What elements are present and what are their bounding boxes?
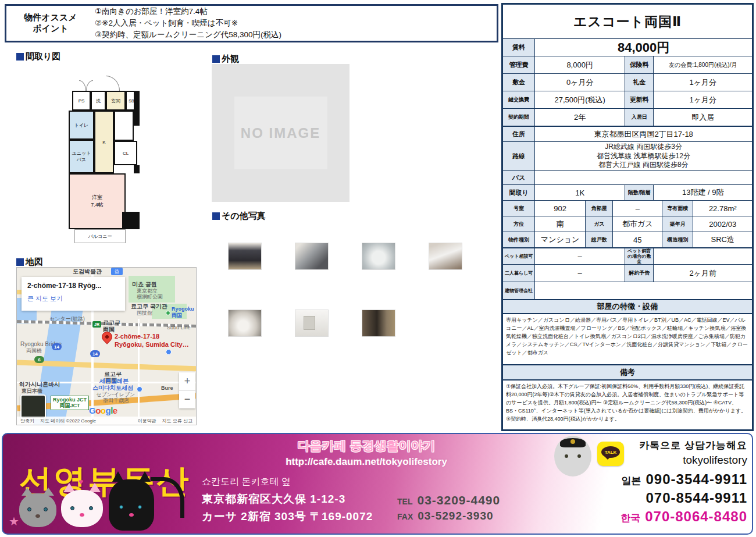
cat-photo-eye — [565, 454, 568, 458]
train-lines-value: JR総武線 両国駅徒歩3分 都営浅草線 浅草橋駅徒歩12分 都営大江戸線 両国駅… — [534, 142, 752, 170]
building-management-label: 建物管理会社 — [503, 282, 534, 299]
map-zoom-control: + − — [179, 372, 195, 408]
exterior-section-text: 外観 — [222, 54, 239, 65]
wall-block — [122, 212, 140, 229]
cat-head — [61, 490, 103, 527]
tel-number: 03-3209-4490 — [417, 493, 500, 507]
map-section-label: 地図 — [16, 257, 43, 268]
two-person-value: – — [534, 265, 625, 282]
features-header: 部屋の特徴・設備 — [503, 299, 752, 313]
fax-label: FAX — [397, 512, 413, 521]
floorplan-section-label: 間取り図 — [16, 51, 60, 62]
phone-japan-number-1: 090-3544-9911 — [646, 471, 747, 488]
structure-value: SRC造 — [693, 232, 752, 247]
map-terms-link[interactable]: 이용약관 — [138, 418, 156, 424]
recommend-point-3: ③契約時、定額ルームクリーニング代58,300円(税込) — [95, 29, 497, 41]
gas-value: 都市ガス — [612, 216, 662, 232]
area-value: 22.78m² — [693, 201, 752, 216]
property-type-value: マンション — [534, 232, 585, 247]
satellite-view-thumbnail[interactable] — [20, 394, 46, 419]
two-person-label: 二人暮らし可 — [503, 265, 534, 282]
contract-period-value: 2年 — [534, 109, 625, 126]
photo-thumbnail-room — [228, 243, 262, 270]
kitchen-counter — [114, 111, 134, 141]
area-label: 専有面積 — [662, 201, 693, 216]
route-shield-14: 14 — [90, 350, 100, 357]
entrance-door-arc — [106, 76, 120, 91]
wall-block — [134, 91, 140, 126]
room-number-label: 号室 — [503, 201, 534, 216]
rent-label: 賃料 — [503, 39, 534, 56]
structure-label: 構造種別 — [662, 232, 693, 247]
bus-value — [534, 171, 752, 184]
zoom-in-button[interactable]: + — [179, 372, 195, 390]
direction-label: 方位 — [503, 216, 534, 232]
address-value: 東京都墨田区両国2丁目17-18 — [534, 127, 752, 141]
map-label-ryogoku-en: Ryogoku — [172, 306, 194, 312]
map-card-link[interactable]: 큰 지도 보기 — [27, 294, 119, 303]
location-note: 쇼칸도리 돈키호테 옆 — [202, 476, 291, 488]
map-shortcuts-link[interactable]: 단축키 — [20, 418, 34, 424]
pet-value: – — [534, 248, 625, 264]
daum-cafe-line: 다음카페 동경생활이야기 — [241, 438, 491, 454]
tel-label: TEL — [397, 497, 412, 506]
recommend-label-line1: 物件オススメ — [24, 12, 77, 23]
pet-deposit-label: ペット飼育の場合の敷金 — [625, 248, 653, 264]
total-units-value: 45 — [612, 232, 662, 247]
map-label-bridge-jp: 両国橋 — [26, 347, 42, 355]
corner-room-label: 角部屋 — [585, 201, 612, 216]
floorplan-balcony: バルコニー — [74, 229, 126, 243]
white-cat-illustration: ♥ — [61, 484, 103, 531]
move-in-label: 入居日 — [625, 109, 653, 126]
phone-japan-label: 일본 — [622, 474, 641, 488]
floorplan-diagram: PS 洗 玄関 SB トイレ ユニットバス K CL 洋室7.4帖 バルコニー — [69, 73, 140, 244]
map-report-link[interactable]: 지도 오류 신고 — [162, 418, 192, 424]
key-money-value: 1ヶ月分 — [653, 74, 752, 91]
insurance-label: 保険料 — [625, 56, 653, 73]
google-map-embed[interactable]: 도검박물관 益 미쵸 공원 東京都立 横網町公園 료고쿠 국기관 国技館 Ryo… — [16, 267, 197, 425]
route-shield-14: 14 — [52, 343, 62, 350]
photo-thumbnail-hallway — [362, 310, 395, 337]
photo-thumbnail-bathtub — [362, 243, 395, 270]
insurance-value: 友の会費:1,800円(税込)/月 — [653, 56, 752, 73]
wall-block — [134, 165, 140, 173]
kakao-id: tokyolifestory — [683, 454, 747, 467]
blue-square-icon — [16, 53, 24, 61]
agency-banner: 선영부동산 ★ ♥ 다음카페 동 — [2, 433, 753, 535]
kakaotalk-icon: TALK — [597, 442, 624, 466]
recommend-point-2: ②※2人入居・ペット飼育・喫煙は不可※ — [95, 17, 497, 29]
floorplan-entrance: 玄関 — [106, 91, 126, 111]
map-poi-marker — [137, 386, 142, 392]
map-data-credit: 지도 데이터 ©2022 Google — [40, 418, 96, 424]
total-units-label: 総戸数 — [585, 232, 612, 247]
transit-station-dot — [166, 311, 170, 315]
recommend-label-line2: ポイント — [33, 23, 68, 34]
train-line-1: JR総武線 両国駅徒歩3分 — [605, 143, 682, 152]
floorplan-unit-bath: ユニットバス — [69, 140, 94, 173]
layout-value: 1K — [534, 185, 625, 200]
intercom-unit — [304, 316, 315, 330]
hat-badge — [570, 439, 575, 444]
ps-door-arc — [79, 80, 86, 91]
cafe-url[interactable]: http://cafe.daum.net/tokyolifestory — [230, 456, 503, 468]
map-pin-label-line2: Ryōgoku, Sumida City… — [115, 341, 189, 349]
map-label-bure: Bure — [161, 385, 173, 391]
agency-address-line1: 東京都新宿区大久保 1-12-3 — [202, 492, 345, 507]
layout-label: 間取り — [503, 185, 534, 200]
gas-label: ガス — [585, 216, 612, 232]
train-line-2: 都営浅草線 浅草橋駅徒歩12分 — [597, 152, 690, 161]
cat-head — [109, 479, 154, 531]
floorplan-toilet: トイレ — [69, 111, 94, 140]
floors-label: 階数/階層 — [625, 185, 653, 200]
cancel-notice-value: 2ヶ月前 — [653, 265, 752, 282]
zoom-out-button[interactable]: − — [179, 391, 195, 409]
phone-korea-label: 한국 — [621, 511, 640, 525]
floorplan-section-text: 間取り図 — [26, 51, 60, 62]
blue-square-icon — [212, 55, 220, 63]
map-label-ryogoku-jp: 両国 — [172, 312, 182, 319]
agency-address-line2: カーサ 2新宿 303号 〒169-0072 — [202, 509, 373, 524]
map-info-card: 2-chōme-17-18 Ryōg... 큰 지도 보기 — [22, 277, 125, 311]
google-logo[interactable]: Google — [89, 406, 117, 415]
cat-eye — [119, 505, 123, 509]
exterior-section-label: 外観 — [212, 54, 239, 65]
